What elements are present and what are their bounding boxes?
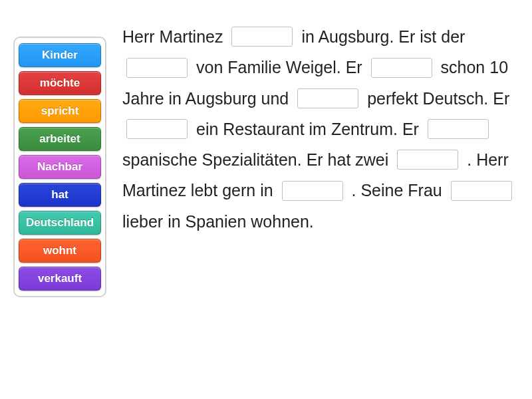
text-word: Er (346, 58, 362, 76)
word-tile-hat[interactable]: hat (19, 183, 101, 207)
text-word: spanische (122, 150, 198, 169)
text-word: Herr (476, 150, 509, 169)
text-word: Restaurant (223, 120, 304, 138)
text-word: und (261, 89, 289, 108)
text-word: lieber (122, 212, 163, 231)
word-tile-wohnt[interactable]: wohnt (19, 239, 101, 263)
blank-slot[interactable] (371, 58, 432, 78)
blank-slot[interactable] (231, 27, 293, 47)
blank-slot[interactable] (282, 181, 343, 201)
word-tile-deutschland[interactable]: Deutschland (19, 211, 101, 235)
fill-in-paragraph: Herr Martinez in Augsburg. Er ist der vo… (122, 20, 519, 386)
text-word: Augsburg (186, 89, 257, 108)
text-word: Augsburg. (318, 27, 394, 46)
text-word: perfekt (367, 89, 418, 108)
word-tile-verkauft[interactable]: verkauft (19, 267, 101, 291)
text-word: wohnen. (251, 212, 314, 231)
word-tile-label: Deutschland (26, 216, 94, 229)
word-tile-label: spricht (41, 104, 79, 117)
blank-slot[interactable] (297, 88, 358, 108)
text-word: Martinez (122, 181, 186, 200)
text-word: schon (441, 58, 485, 76)
text-word: Jahre (122, 89, 164, 108)
word-tile-arbeitet[interactable]: arbeitet (19, 127, 101, 151)
text-word: ist (420, 27, 436, 46)
text-word: Familie (227, 58, 281, 76)
text-word: Er (402, 120, 419, 138)
blank-slot[interactable] (126, 58, 188, 78)
blank-slot[interactable] (397, 150, 458, 170)
text-word: der (441, 27, 465, 46)
word-tile-möchte[interactable]: möchte (19, 71, 101, 95)
text-word: Seine (360, 181, 403, 200)
text-word: . (467, 150, 471, 169)
text-word: Deutsch. (423, 89, 489, 108)
word-tile-nachbar[interactable]: Nachbar (19, 155, 101, 179)
text-word: Spanien (186, 212, 247, 231)
word-bank: KindermöchtesprichtarbeitetNachbarhatDeu… (13, 37, 106, 297)
text-word: in (168, 212, 180, 231)
text-word: hat (328, 150, 351, 169)
text-word: Herr (122, 27, 155, 46)
text-word: Zentrum. (331, 120, 398, 138)
text-word: in (301, 27, 314, 46)
text-word: lebt (191, 181, 217, 200)
blank-slot[interactable] (451, 181, 512, 201)
text-word: Spezialitäten. (202, 150, 302, 169)
text-word: zwei (355, 150, 388, 169)
word-tile-label: Kinder (42, 49, 78, 61)
text-word: Er (307, 150, 323, 169)
text-word: Frau (408, 181, 442, 200)
text-word: Martinez (160, 27, 223, 46)
text-word: von (196, 58, 223, 76)
word-tile-label: möchte (40, 76, 80, 89)
text-word: 10 (489, 58, 508, 76)
word-tile-label: arbeitet (39, 132, 80, 145)
word-tile-label: hat (51, 188, 68, 201)
text-word: Er (398, 27, 415, 46)
blank-slot[interactable] (126, 119, 188, 139)
text-word: Er (493, 89, 509, 108)
text-word: Weigel. (286, 58, 341, 76)
text-word: im (309, 120, 327, 138)
word-tile-label: verkauft (38, 272, 82, 285)
text-word: . (352, 181, 356, 200)
text-word: ein (196, 120, 218, 138)
word-tile-label: wohnt (43, 244, 76, 257)
text-word: in (169, 89, 182, 108)
text-word: in (260, 181, 273, 200)
word-tile-kinder[interactable]: Kinder (19, 43, 101, 67)
blank-slot[interactable] (428, 119, 489, 139)
text-word: gern (222, 181, 255, 200)
word-tile-label: Nachbar (37, 160, 82, 173)
word-tile-spricht[interactable]: spricht (19, 99, 101, 123)
